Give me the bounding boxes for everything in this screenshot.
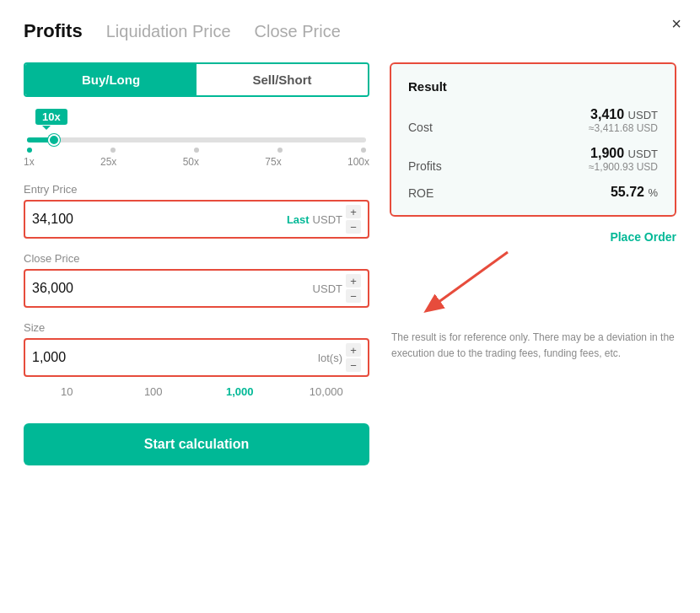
result-box: Result Cost 3,410 USDT ≈3,411.68 USD Pro… bbox=[390, 62, 676, 217]
cost-row: Cost 3,410 USDT ≈3,411.68 USD bbox=[408, 107, 658, 134]
close-price-unit: USDT bbox=[313, 282, 342, 295]
cost-value: 3,410 USDT ≈3,411.68 USD bbox=[589, 107, 658, 134]
close-price-group: Close Price USDT + − bbox=[24, 252, 369, 308]
entry-price-group: Entry Price Last USDT + − bbox=[24, 183, 369, 239]
entry-price-input[interactable] bbox=[32, 212, 287, 227]
main-layout: Buy/Long Sell/Short 10x bbox=[24, 62, 676, 465]
disclaimer: The result is for reference only. There … bbox=[390, 330, 676, 362]
size-unit: lot(s) bbox=[318, 352, 342, 364]
cost-sub: ≈3,411.68 USD bbox=[589, 122, 658, 134]
size-label: Size bbox=[24, 321, 369, 334]
close-price-input[interactable] bbox=[32, 281, 313, 296]
close-price-label: Close Price bbox=[24, 252, 369, 265]
profits-row: Profits 1,900 USDT ≈1,900.93 USD bbox=[408, 146, 658, 173]
result-title: Result bbox=[408, 79, 658, 94]
roe-value: 55.72 % bbox=[611, 185, 658, 200]
size-pick-100[interactable]: 100 bbox=[110, 382, 197, 401]
cost-label: Cost bbox=[408, 121, 433, 134]
size-input[interactable] bbox=[32, 350, 318, 365]
leverage-slider-track[interactable] bbox=[27, 137, 366, 142]
entry-price-unit: USDT bbox=[313, 213, 342, 226]
top-tabs: Profits Liquidation Price Close Price bbox=[24, 20, 676, 42]
profits-sub: ≈1,900.93 USD bbox=[589, 161, 658, 173]
entry-price-minus[interactable]: − bbox=[346, 220, 361, 234]
dot-1x bbox=[27, 148, 32, 153]
place-order-link[interactable]: Place Order bbox=[390, 230, 676, 244]
svg-line-1 bbox=[432, 252, 508, 307]
size-pick-1000[interactable]: 1,000 bbox=[197, 382, 283, 401]
profits-label: Profits bbox=[408, 159, 442, 173]
label-1x: 1x bbox=[24, 156, 35, 168]
size-quick-picks: 10 100 1,000 10,000 bbox=[24, 382, 369, 401]
entry-price-field[interactable]: Last USDT + − bbox=[24, 200, 369, 239]
left-panel: Buy/Long Sell/Short 10x bbox=[24, 62, 369, 465]
roe-label: ROE bbox=[408, 186, 433, 200]
label-100x: 100x bbox=[347, 156, 369, 168]
size-plus[interactable]: + bbox=[346, 343, 361, 357]
close-price-stepper: + − bbox=[346, 274, 361, 303]
roe-main: 55.72 bbox=[611, 185, 644, 199]
sell-short-button[interactable]: Sell/Short bbox=[197, 64, 368, 95]
dot-25x bbox=[110, 148, 116, 153]
profits-main: 1,900 bbox=[590, 146, 624, 160]
arrow-annotation bbox=[390, 244, 676, 320]
entry-price-stepper: + − bbox=[346, 205, 361, 234]
size-pick-10000[interactable]: 10,000 bbox=[283, 382, 370, 401]
start-calculation-button[interactable]: Start calculation bbox=[24, 423, 369, 465]
size-stepper: + − bbox=[346, 343, 361, 372]
dot-75x bbox=[277, 148, 283, 153]
label-25x: 25x bbox=[100, 156, 116, 168]
leverage-badge: 10x bbox=[24, 109, 369, 129]
modal: × Profits Liquidation Price Close Price … bbox=[0, 0, 700, 613]
roe-row: ROE 55.72 % bbox=[408, 185, 658, 200]
close-price-minus[interactable]: − bbox=[346, 289, 361, 303]
slider-thumb[interactable] bbox=[48, 134, 60, 146]
dot-100x bbox=[361, 148, 366, 153]
entry-price-last[interactable]: Last bbox=[287, 213, 310, 226]
slider-dots bbox=[27, 148, 366, 153]
buy-sell-toggle: Buy/Long Sell/Short bbox=[24, 62, 369, 97]
size-pick-10[interactable]: 10 bbox=[24, 382, 110, 401]
close-button[interactable]: × bbox=[671, 15, 681, 32]
leverage-area: 10x 1x 25x 50x 75x bbox=[24, 109, 369, 168]
entry-price-label: Entry Price bbox=[24, 183, 369, 196]
label-75x: 75x bbox=[265, 156, 281, 168]
slider-labels: 1x 25x 50x 75x 100x bbox=[24, 156, 369, 168]
buy-long-button[interactable]: Buy/Long bbox=[25, 64, 197, 95]
entry-price-plus[interactable]: + bbox=[346, 205, 361, 218]
size-minus[interactable]: − bbox=[346, 358, 361, 372]
dot-50x bbox=[194, 148, 199, 153]
red-arrow-svg bbox=[390, 244, 541, 320]
label-50x: 50x bbox=[183, 156, 199, 168]
tab-profits[interactable]: Profits bbox=[24, 20, 83, 42]
cost-main: 3,410 bbox=[590, 107, 624, 121]
close-price-field[interactable]: USDT + − bbox=[24, 269, 369, 308]
size-group: Size lot(s) + − 10 100 1,000 10,000 bbox=[24, 321, 369, 401]
tab-close-price[interactable]: Close Price bbox=[255, 22, 341, 41]
close-price-plus[interactable]: + bbox=[346, 274, 361, 288]
size-field[interactable]: lot(s) + − bbox=[24, 338, 369, 377]
tab-liquidation-price[interactable]: Liquidation Price bbox=[106, 22, 231, 41]
profits-value: 1,900 USDT ≈1,900.93 USD bbox=[589, 146, 658, 173]
right-panel: Result Cost 3,410 USDT ≈3,411.68 USD Pro… bbox=[390, 62, 676, 465]
